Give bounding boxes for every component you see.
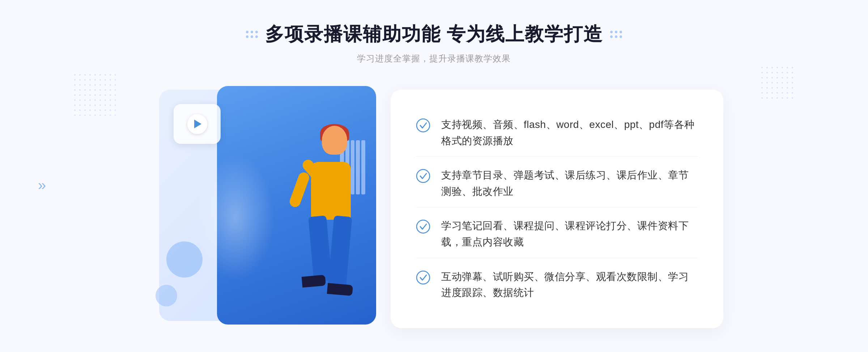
check-circle-icon-4 — [416, 270, 430, 285]
play-icon — [187, 114, 207, 134]
feature-item-4: 互动弹幕、试听购买、微信分享、观看次数限制、学习进度跟踪、数据统计 — [416, 262, 698, 309]
feature-text-3: 学习笔记回看、课程提问、课程评论打分、课件资料下载，重点内容收藏 — [441, 218, 698, 250]
feature-item-1: 支持视频、音频、flash、word、excel、ppt、pdf等各种格式的资源… — [416, 110, 698, 157]
feature-item-3: 学习笔记回看、课程提问、课程评论打分、课件资料下载，重点内容收藏 — [416, 211, 698, 258]
svg-point-1 — [417, 169, 430, 183]
svg-point-2 — [417, 220, 430, 233]
play-triangle — [194, 120, 201, 128]
feature-item-2: 支持章节目录、弹题考试、课后练习、课后作业、章节测验、批改作业 — [416, 160, 698, 207]
deco-dots-right — [610, 31, 622, 38]
person-shoe-left — [302, 275, 326, 288]
person-shoe-right — [327, 283, 353, 296]
page-main-title: 多项录播课辅助功能 专为线上教学打造 — [265, 22, 603, 47]
illustration-area — [145, 82, 398, 335]
svg-point-0 — [417, 119, 430, 132]
page-sub-title: 学习进度全掌握，提升录播课教学效果 — [246, 53, 622, 64]
chevron-left-icon: » — [38, 177, 46, 193]
title-decorators: 多项录播课辅助功能 专为线上教学打造 — [246, 22, 622, 47]
person-leg-left — [308, 215, 332, 282]
content-area: 支持视频、音频、flash、word、excel、ppt、pdf等各种格式的资源… — [145, 82, 723, 335]
person-head — [322, 126, 347, 155]
feature-text-2: 支持章节目录、弹题考试、课后练习、课后作业、章节测验、批改作业 — [441, 167, 698, 200]
person-arm-left — [288, 171, 311, 209]
check-circle-icon-3 — [416, 219, 430, 234]
dots-decoration-right — [760, 65, 796, 101]
features-area: 支持视频、音频、flash、word、excel、ppt、pdf等各种格式的资源… — [391, 90, 723, 328]
person-leg-right — [328, 215, 352, 289]
deco-circle-1 — [166, 241, 203, 278]
dots-decoration-left — [72, 72, 116, 116]
deco-circle-2 — [156, 285, 177, 306]
person-figure — [275, 126, 369, 328]
check-circle-icon-1 — [416, 118, 430, 133]
deco-dots-left — [246, 31, 258, 38]
person-body — [311, 162, 351, 220]
svg-point-3 — [417, 271, 430, 284]
feature-text-1: 支持视频、音频、flash、word、excel、ppt、pdf等各种格式的资源… — [441, 117, 698, 149]
page-container: » 多项录播课辅助功能 专为线上教学打造 学习进度全掌握，提升录播课教学效果 — [0, 0, 868, 352]
video-bubble — [174, 104, 221, 144]
check-circle-icon-2 — [416, 169, 430, 183]
feature-text-4: 互动弹幕、试听购买、微信分享、观看次数限制、学习进度跟踪、数据统计 — [441, 269, 698, 301]
title-section: 多项录播课辅助功能 专为线上教学打造 学习进度全掌握，提升录播课教学效果 — [246, 22, 622, 64]
light-beam — [195, 155, 275, 281]
